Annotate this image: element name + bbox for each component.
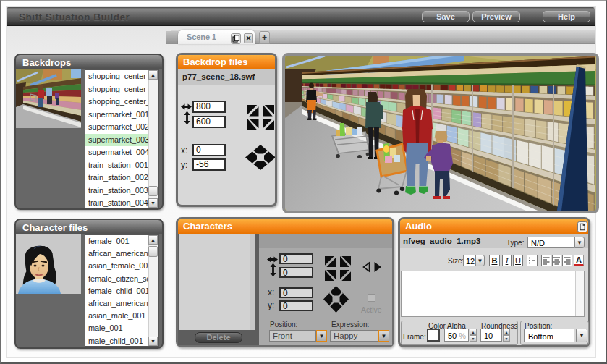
svg-text:y:: y: bbox=[268, 300, 274, 310]
svg-text:x:: x: bbox=[181, 145, 187, 156]
svg-text:Active: Active bbox=[361, 305, 382, 314]
svg-text:x:: x: bbox=[268, 287, 274, 297]
svg-text:y:: y: bbox=[181, 160, 187, 170]
